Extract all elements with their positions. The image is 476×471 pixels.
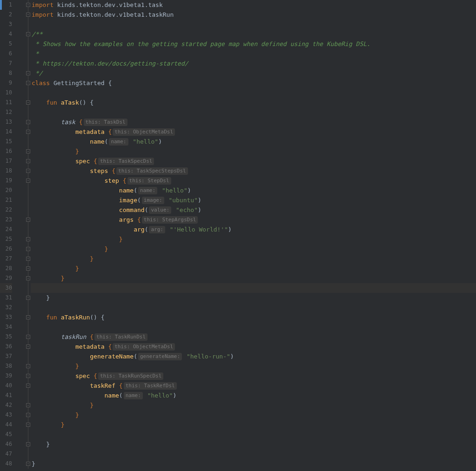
code-line[interactable]: task {this: TaskDsl <box>31 117 476 127</box>
fold-toggle-icon[interactable]: - <box>26 423 30 427</box>
code-line[interactable]: * <box>31 49 476 59</box>
code-line[interactable]: } <box>31 146 476 156</box>
fold-toggle-icon[interactable]: - <box>26 159 30 163</box>
fold-toggle-icon[interactable]: - <box>26 13 30 17</box>
code-line[interactable]: } <box>31 254 476 264</box>
code-line[interactable]: } <box>31 459 476 469</box>
line-number[interactable]: 48 <box>0 459 12 469</box>
line-number[interactable]: 5 <box>0 39 12 49</box>
code-line[interactable]: name(name: "hello") <box>31 186 476 195</box>
code-line[interactable]: } <box>31 410 476 420</box>
code-line[interactable] <box>31 20 476 29</box>
code-line[interactable]: metadata {this: ObjectMetaDsl <box>31 342 476 352</box>
fold-toggle-icon[interactable]: - <box>26 237 30 241</box>
fold-toggle-icon[interactable]: - <box>26 374 30 378</box>
fold-toggle-icon[interactable]: - <box>26 149 30 153</box>
code-line[interactable]: taskRef {this: TaskRefDsl <box>31 381 476 391</box>
line-number[interactable]: 46 <box>0 439 12 449</box>
code-line[interactable]: } <box>31 439 476 449</box>
code-line[interactable]: } <box>31 293 476 303</box>
line-number[interactable]: 42 <box>0 400 12 410</box>
fold-toggle-icon[interactable]: - <box>26 257 30 261</box>
fold-toggle-icon[interactable]: - <box>26 462 30 466</box>
code-line[interactable]: spec {this: TaskRunSpecDsl <box>31 371 476 381</box>
line-number[interactable]: 19 <box>0 176 12 186</box>
fold-toggle-icon[interactable]: - <box>26 81 30 85</box>
line-number[interactable]: 23 <box>0 215 12 225</box>
code-line[interactable] <box>31 449 476 459</box>
code-line[interactable]: fun aTask() { <box>31 98 476 107</box>
line-number[interactable]: 32 <box>0 303 12 312</box>
code-line[interactable]: } <box>31 244 476 254</box>
code-line[interactable]: * Shows how the examples on the getting … <box>31 39 476 49</box>
code-line[interactable]: taskRun {this: TaskRunDsl <box>31 332 476 342</box>
fold-toggle-icon[interactable]: - <box>26 384 30 388</box>
code-line[interactable] <box>31 430 476 439</box>
line-number[interactable]: 8 <box>0 68 12 78</box>
line-number[interactable]: 21 <box>0 195 12 205</box>
fold-toggle-icon[interactable]: - <box>26 130 30 134</box>
line-number[interactable]: 6 <box>0 49 12 59</box>
fold-toggle-icon[interactable]: - <box>26 442 30 446</box>
breakpoint-marker[interactable] <box>0 0 2 10</box>
line-number[interactable]: 14 <box>0 127 12 137</box>
fold-toggle-icon[interactable]: - <box>26 100 30 105</box>
line-number[interactable]: 25 <box>0 234 12 244</box>
fold-toggle-icon[interactable]: - <box>26 335 30 339</box>
code-area[interactable]: import kinds.tekton.dev.v1beta1.taskimpo… <box>31 0 476 471</box>
line-number[interactable]: 47 <box>0 449 12 459</box>
fold-column[interactable]: ------------------------------ <box>16 0 31 471</box>
line-number[interactable]: 30 <box>0 283 12 293</box>
code-line[interactable]: fun aTaskRun() { <box>31 312 476 322</box>
fold-toggle-icon[interactable]: - <box>26 247 30 251</box>
code-line[interactable]: name(name: "hello") <box>31 391 476 400</box>
line-number[interactable]: 41 <box>0 391 12 400</box>
fold-toggle-icon[interactable]: - <box>26 315 30 319</box>
code-line[interactable]: command(value: "echo") <box>31 205 476 215</box>
line-number[interactable]: 43 <box>0 410 12 420</box>
code-line[interactable]: * https://tekton.dev/docs/getting-starte… <box>31 59 476 68</box>
code-line[interactable]: import kinds.tekton.dev.v1beta1.taskRun <box>31 10 476 20</box>
line-number[interactable]: 24 <box>0 225 12 234</box>
fold-toggle-icon[interactable]: - <box>26 71 30 75</box>
line-number[interactable]: 18 <box>0 166 12 176</box>
code-line[interactable]: args {this: StepArgsDsl <box>31 215 476 225</box>
line-number-gutter[interactable]: 1234567891011121314151617181920212223242… <box>0 0 16 471</box>
code-line[interactable]: arg(arg: "'Hello World!'") <box>31 225 476 234</box>
code-line[interactable]: class GettingStarted { <box>31 78 476 88</box>
line-number[interactable]: 4 <box>0 29 12 39</box>
line-number[interactable]: 26 <box>0 244 12 254</box>
code-line[interactable]: metadata {this: ObjectMetaDsl <box>31 127 476 137</box>
code-editor[interactable]: 1234567891011121314151617181920212223242… <box>0 0 476 471</box>
code-line[interactable]: } <box>31 264 476 273</box>
fold-toggle-icon[interactable]: - <box>26 413 30 417</box>
code-line[interactable]: step {this: StepDsl <box>31 176 476 186</box>
code-line[interactable] <box>31 107 476 117</box>
line-number[interactable]: 10 <box>0 88 12 98</box>
fold-toggle-icon[interactable]: - <box>26 218 30 222</box>
line-number[interactable]: 31 <box>0 293 12 303</box>
line-number[interactable]: 40 <box>0 381 12 391</box>
code-line[interactable]: image(image: "ubuntu") <box>31 195 476 205</box>
fold-toggle-icon[interactable]: - <box>26 3 30 7</box>
fold-toggle-icon[interactable]: - <box>26 32 30 36</box>
code-line[interactable]: } <box>31 420 476 430</box>
code-line[interactable]: spec {this: TaskSpecDsl <box>31 156 476 166</box>
line-number[interactable]: 27 <box>0 254 12 264</box>
line-number[interactable]: 33 <box>0 312 12 322</box>
line-number[interactable]: 39 <box>0 371 12 381</box>
code-line[interactable] <box>31 322 476 332</box>
line-number[interactable]: 38 <box>0 361 12 371</box>
code-line[interactable] <box>31 303 476 312</box>
fold-toggle-icon[interactable]: - <box>26 179 30 183</box>
line-number[interactable]: 28 <box>0 264 12 273</box>
line-number[interactable]: 1 <box>0 0 12 10</box>
code-line[interactable] <box>31 283 476 293</box>
code-line[interactable]: } <box>31 273 476 283</box>
line-number[interactable]: 16 <box>0 146 12 156</box>
line-number[interactable]: 15 <box>0 137 12 146</box>
fold-toggle-icon[interactable]: - <box>26 345 30 349</box>
line-number[interactable]: 12 <box>0 107 12 117</box>
line-number[interactable]: 45 <box>0 430 12 439</box>
code-line[interactable]: steps {this: TaskSpecStepsDsl <box>31 166 476 176</box>
